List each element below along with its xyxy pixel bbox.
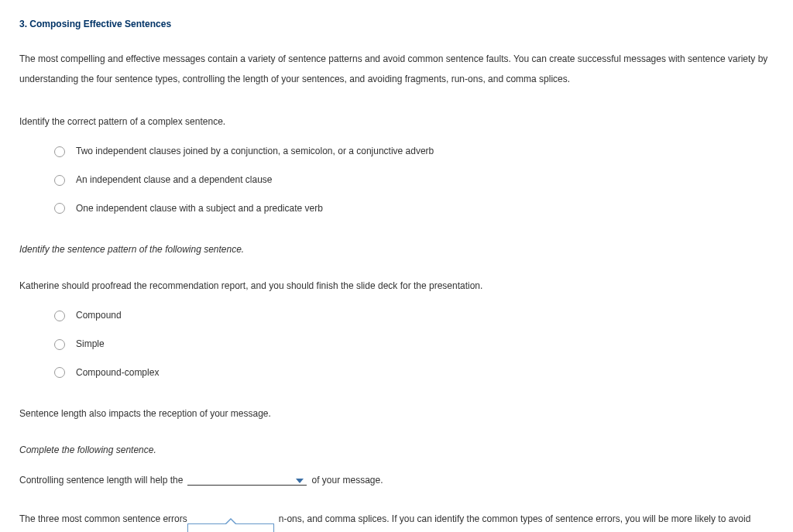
- radio-icon[interactable]: [54, 311, 65, 321]
- radio-icon[interactable]: [54, 175, 65, 186]
- q1-prompt: Identify the correct pattern of a comple…: [19, 113, 774, 131]
- intro-paragraph: The most compelling and effective messag…: [19, 49, 774, 90]
- fill-blank-sentence: Controlling sentence length will help th…: [19, 471, 774, 489]
- chevron-down-icon: [296, 479, 304, 483]
- dropdown-blank[interactable]: [187, 471, 307, 486]
- q1-options: Two independent clauses joined by a conj…: [19, 142, 774, 217]
- q1-option-2[interactable]: One independent clause with a subject an…: [54, 200, 774, 218]
- option-label: Two independent clauses joined by a conj…: [76, 142, 434, 160]
- radio-icon[interactable]: [54, 146, 65, 157]
- option-label: Simple: [76, 335, 105, 353]
- q1-option-0[interactable]: Two independent clauses joined by a conj…: [54, 142, 774, 160]
- closing-paragraph: The three most common sentence errors co…: [19, 508, 774, 532]
- dropdown-menu: comprehension tonality: [187, 523, 274, 532]
- option-label: An independent clause and a dependent cl…: [76, 171, 273, 189]
- option-label: One independent clause with a subject an…: [76, 200, 323, 218]
- q2-sentence: Katherine should proofread the recommend…: [19, 277, 774, 295]
- svg-marker-0: [296, 479, 304, 483]
- option-label: Compound: [76, 307, 122, 324]
- q2-option-2[interactable]: Compound-complex: [54, 364, 774, 382]
- q3-prompt: Complete the following sentence.: [19, 441, 774, 459]
- radio-icon[interactable]: [54, 339, 65, 350]
- q2-option-0[interactable]: Compound: [54, 307, 774, 324]
- dropdown-item-comprehension[interactable]: comprehension: [188, 524, 273, 532]
- q2-prompt: Identify the sentence pattern of the fol…: [19, 241, 774, 259]
- fill-after: of your message.: [311, 472, 383, 489]
- transition-statement: Sentence length also impacts the recepti…: [19, 405, 774, 423]
- closing-part1: The three most common sentence errors: [19, 513, 187, 524]
- radio-icon[interactable]: [54, 367, 65, 378]
- section-heading: 3. Composing Effective Sentences: [19, 15, 774, 33]
- q1-option-1[interactable]: An independent clause and a dependent cl…: [54, 171, 774, 189]
- fill-before: Controlling sentence length will help th…: [19, 472, 183, 489]
- option-label: Compound-complex: [76, 364, 159, 382]
- radio-icon[interactable]: [54, 203, 65, 214]
- q2-option-1[interactable]: Simple: [54, 335, 774, 353]
- q2-options: Compound Simple Compound-complex: [19, 307, 774, 381]
